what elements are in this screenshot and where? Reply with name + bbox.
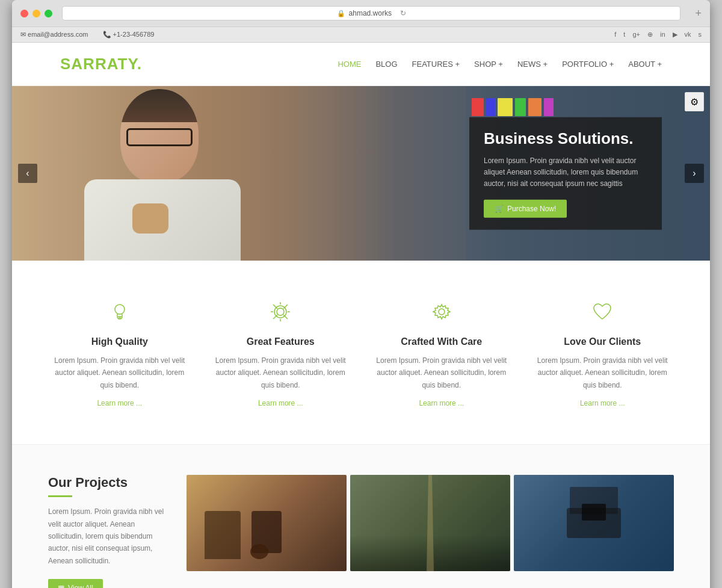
hero-content: Business Solutions. Lorem Ipsum. Proin g… (469, 117, 662, 230)
projects-images (187, 475, 674, 571)
feature-4-desc: Lorem Ipsum. Proin gravida nibh vel veli… (537, 354, 668, 391)
feature-love-clients: Love Our Clients Lorem Ipsum. Proin grav… (531, 291, 674, 414)
svg-point-0 (115, 305, 125, 314)
lock-icon: 🔒 (337, 10, 345, 17)
bookshelf-row (472, 98, 704, 116)
feature-2-desc: Lorem Ipsum. Proin gravida nibh vel veli… (215, 354, 347, 391)
pinterest-icon[interactable]: ⊕ (647, 31, 653, 39)
svg-point-4 (277, 308, 284, 315)
projects-layout: Our Projects Lorem Ipsum. Proin gravida … (48, 475, 674, 588)
youtube-icon[interactable]: ▶ (673, 31, 677, 39)
linkedin-icon[interactable]: in (660, 31, 665, 39)
features-section: High Quality Lorem Ipsum. Proin gravida … (12, 261, 710, 445)
phone-icon: 📞 (103, 31, 113, 38)
feature-2-link[interactable]: Learn more ... (258, 399, 303, 407)
projects-info: Our Projects Lorem Ipsum. Proin gravida … (48, 475, 168, 588)
feature-1-title: High Quality (54, 336, 185, 347)
project-img-2-road (421, 475, 439, 571)
nav-portfolio[interactable]: PORTFOLIO + (562, 60, 614, 69)
hero-hair (120, 89, 199, 122)
star-svg (268, 300, 292, 324)
minimize-button[interactable] (32, 10, 40, 17)
gear-svg (430, 300, 454, 324)
website-content: SARRATY. HOME BLOG FEATURES + SHOP + NEW… (12, 43, 710, 588)
project-image-2[interactable] (350, 475, 510, 571)
feature-crafted-with-care: Crafted With Care Lorem Ipsum. Proin gra… (370, 291, 513, 414)
svg-point-9 (439, 309, 445, 315)
toolbar-email: ✉ email@address.com (20, 31, 88, 39)
project-image-1[interactable] (187, 475, 347, 571)
nav-shop[interactable]: SHOP + (474, 60, 503, 69)
projects-title: Our Projects (48, 475, 168, 491)
feature-3-link[interactable]: Learn more ... (419, 399, 464, 407)
slider-prev-arrow[interactable]: ‹ (18, 164, 37, 183)
feature-1-link[interactable]: Learn more ... (97, 399, 142, 407)
feature-4-link[interactable]: Learn more ... (580, 399, 625, 407)
toolbar-phone: 📞 +1-23-456789 (103, 31, 155, 39)
heart-icon (587, 297, 617, 327)
feature-2-title: Great Features (215, 336, 347, 347)
slider-next-arrow[interactable]: › (685, 164, 704, 183)
new-tab-button[interactable]: + (695, 7, 702, 20)
hero-person-area (12, 86, 396, 261)
nav-about[interactable]: ABOUT + (628, 60, 662, 69)
view-all-button[interactable]: ▦ View All (48, 579, 103, 588)
hero-face (120, 89, 199, 182)
nav-blog[interactable]: BLOG (375, 60, 397, 69)
email-icon: ✉ (20, 31, 28, 38)
toolbar-contact: ✉ email@address.com 📞 +1-23-456789 (20, 31, 154, 39)
nav-news[interactable]: NEWS + (517, 60, 548, 69)
settings-icon: ⚙ (690, 96, 699, 108)
feature-3-desc: Lorem Ipsum. Proin gravida nibh vel veli… (376, 354, 507, 391)
grid-icon: ▦ (58, 584, 64, 588)
projects-section: Our Projects Lorem Ipsum. Proin gravida … (12, 445, 710, 588)
maximize-button[interactable] (45, 10, 52, 17)
browser-toolbar: ✉ email@address.com 📞 +1-23-456789 f t g… (12, 27, 710, 43)
window-controls (20, 10, 52, 17)
hero-slider: Business Solutions. Lorem Ipsum. Proin g… (12, 86, 710, 261)
feature-great-features: Great Features Lorem Ipsum. Proin gravid… (209, 291, 353, 414)
project-image-3[interactable] (514, 475, 674, 571)
features-grid: High Quality Lorem Ipsum. Proin gravida … (48, 291, 674, 414)
project-img-1-cup (250, 544, 268, 559)
feature-high-quality: High Quality Lorem Ipsum. Proin gravida … (48, 291, 191, 414)
cart-icon: 🛒 (495, 204, 504, 212)
hero-description: Lorem Ipsum. Proin gravida nibh vel veli… (484, 155, 647, 190)
browser-titlebar: 🔒 ahmad.works ↻ + (12, 0, 710, 27)
social-icons: f t g+ ⊕ in ▶ vk s (614, 31, 702, 39)
site-header: SARRATY. HOME BLOG FEATURES + SHOP + NEW… (12, 43, 710, 86)
skype-icon[interactable]: s (699, 31, 702, 39)
main-nav: HOME BLOG FEATURES + SHOP + NEWS + PORTF… (338, 60, 662, 69)
hero-glasses (126, 128, 193, 146)
project-img-3-phone (582, 504, 606, 521)
site-logo: SARRATY. (60, 55, 142, 73)
google-plus-icon[interactable]: g+ (632, 31, 640, 39)
hero-title: Business Solutions. (484, 129, 647, 148)
heart-svg (590, 300, 614, 324)
feature-1-desc: Lorem Ipsum. Proin gravida nibh vel veli… (54, 354, 185, 391)
refresh-icon[interactable]: ↻ (400, 9, 406, 17)
bulb-svg (108, 300, 132, 324)
nav-features[interactable]: FEATURES + (412, 60, 460, 69)
vk-icon[interactable]: vk (685, 31, 691, 39)
close-button[interactable] (20, 10, 28, 17)
hero-hand (132, 203, 168, 234)
url-bar[interactable]: 🔒 ahmad.works ↻ (62, 6, 680, 20)
hero-purchase-button[interactable]: 🛒 Purchase Now! (484, 199, 567, 217)
url-text: ahmad.works (349, 9, 392, 17)
browser-window: 🔒 ahmad.works ↻ + ✉ email@address.com 📞 … (12, 0, 710, 588)
projects-desc: Lorem Ipsum. Proin gravida nibh vel veli… (48, 506, 168, 567)
bulb-icon (105, 297, 135, 327)
feature-4-title: Love Our Clients (537, 336, 668, 347)
gear-icon (427, 297, 457, 327)
nav-home[interactable]: HOME (338, 60, 361, 69)
feature-3-title: Crafted With Care (376, 336, 507, 347)
projects-divider (48, 495, 72, 497)
twitter-icon[interactable]: t (623, 31, 625, 39)
slider-settings-button[interactable]: ⚙ (685, 92, 704, 111)
facebook-icon[interactable]: f (614, 31, 616, 39)
star-icon (265, 297, 295, 327)
